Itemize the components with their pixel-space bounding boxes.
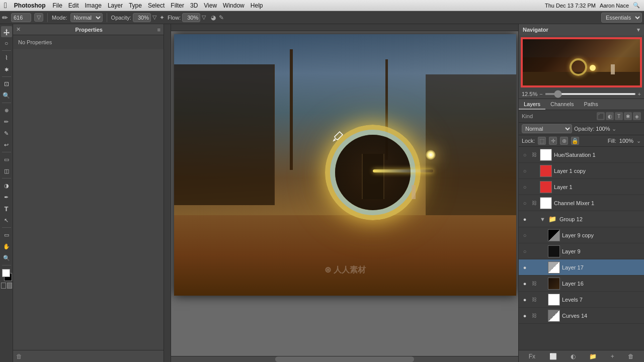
opacity-arrow-icon[interactable]: ▽ [152, 14, 156, 21]
fill-arrow[interactable]: ⌄ [636, 138, 641, 144]
kind-type-icon[interactable]: T [615, 112, 623, 120]
tool-spot-heal[interactable]: ⊕ [1, 105, 12, 116]
visibility-icon-hue-sat[interactable]: ○ [521, 151, 529, 159]
canvas-image[interactable]: ⊛ 人人素材 [174, 34, 516, 296]
layer-row-layer17[interactable]: ● Layer 17 [519, 259, 644, 276]
menu-type[interactable]: Type [129, 2, 142, 9]
tool-type[interactable]: T [1, 203, 12, 214]
layer-group-button[interactable]: 📁 [589, 353, 597, 360]
lock-position-icon[interactable]: ✛ [549, 137, 557, 145]
menu-help[interactable]: Help [251, 2, 263, 9]
chain-icon-layer16[interactable]: ⛓ [531, 280, 538, 287]
foreground-color[interactable] [2, 269, 10, 277]
canvas-area[interactable]: ⊛ 人人素材 [164, 24, 518, 362]
layer-row-layer9[interactable]: ○ Layer 9 [519, 243, 644, 259]
visibility-icon-curves14[interactable]: ● [521, 312, 529, 320]
tool-clone[interactable]: ✎ [1, 128, 12, 139]
properties-menu-icon[interactable]: ≡ [157, 27, 160, 33]
tool-crop[interactable]: ⊡ [1, 78, 12, 89]
menu-window[interactable]: Window [223, 2, 245, 9]
layer-adjustment-button[interactable]: ◐ [571, 353, 576, 360]
menu-image[interactable]: Image [85, 2, 102, 9]
menu-view[interactable]: View [204, 2, 217, 9]
chain-icon-channel-mixer[interactable]: ⛓ [531, 200, 538, 207]
lock-all-icon[interactable]: 🔒 [571, 137, 579, 145]
opacity-arrow[interactable]: ⌄ [612, 126, 616, 132]
layer-row-layer9copy[interactable]: ○ Layer 9 copy [519, 227, 644, 243]
layer-row-layer1[interactable]: ○ Layer 1 [519, 179, 644, 195]
brush-options-icon[interactable]: ▽ [34, 13, 43, 22]
tool-gradient[interactable]: ◫ [1, 165, 12, 176]
flow-arrow-icon[interactable]: ▽ [202, 14, 206, 21]
visibility-icon-levels7[interactable]: ● [521, 296, 529, 304]
kind-smart-icon[interactable]: ◈ [633, 112, 641, 120]
tool-ellipse-marquee[interactable]: ○ [1, 38, 12, 49]
tool-pen[interactable]: ✒ [1, 192, 12, 203]
stylus-icon[interactable]: ✎ [219, 14, 224, 21]
menu-search-icon[interactable]: 🔍 [633, 2, 640, 9]
layer-row-levels7[interactable]: ● ⛓ Levels 7 [519, 292, 644, 308]
props-delete-icon[interactable]: 🗑 [16, 353, 22, 360]
layer-fx-button[interactable]: Fx [529, 353, 535, 360]
visibility-icon-group12[interactable]: ● [521, 215, 529, 223]
tool-lasso[interactable]: ⌇ [1, 52, 12, 63]
menu-layer[interactable]: Layer [108, 2, 123, 9]
standard-mode-icon[interactable] [1, 283, 6, 289]
layer-row-hue-sat[interactable]: ○ ⛓ Hue/Saturation 1 [519, 147, 644, 163]
menu-filter[interactable]: Filter [171, 2, 184, 9]
h-scrollbar[interactable] [171, 356, 518, 362]
layer-row-channel-mixer[interactable]: ○ ⛓ Channel Mixer 1 [519, 195, 644, 211]
opacity-input[interactable] [133, 13, 151, 22]
layer-row-curves14[interactable]: ● ⛓ Curves 14 [519, 308, 644, 324]
tool-quick-select[interactable]: ✱ [1, 64, 12, 75]
layer-row-layer1copy[interactable]: ○ Layer 1 copy [519, 163, 644, 179]
layer-new-button[interactable]: + [611, 353, 614, 360]
menu-edit[interactable]: Edit [68, 2, 79, 9]
tool-rectangle[interactable]: ▭ [1, 229, 12, 240]
lock-artboard-icon[interactable]: ⊕ [560, 137, 568, 145]
tool-eyedropper[interactable]: 🔍 [1, 90, 12, 101]
mode-select[interactable]: Normal Multiply Screen [70, 13, 103, 22]
kind-pixel-icon[interactable]: ⬛ [597, 112, 605, 120]
tool-hand[interactable]: ✋ [1, 241, 12, 252]
layer-row-layer16[interactable]: ● ⛓ Layer 16 [519, 276, 644, 292]
tab-layers[interactable]: Layers [519, 100, 545, 110]
smoothing-icon[interactable]: ◕ [211, 14, 216, 21]
h-scrollbar-thumb[interactable] [275, 356, 414, 362]
visibility-icon-layer1[interactable]: ○ [521, 183, 529, 191]
zoom-out-icon[interactable]: − [539, 91, 542, 97]
zoom-in-icon[interactable]: + [638, 91, 641, 97]
flow-input[interactable] [182, 13, 200, 22]
tab-paths[interactable]: Paths [579, 100, 603, 110]
workspace-select[interactable]: Essentials [601, 13, 642, 23]
chain-icon-curves14[interactable]: ⛓ [531, 312, 538, 319]
menu-3d[interactable]: 3D [190, 2, 198, 9]
tool-move[interactable] [1, 26, 12, 37]
apple-menu[interactable]:  [4, 1, 7, 10]
visibility-icon-layer17[interactable]: ● [521, 263, 529, 272]
tool-zoom[interactable]: 🔍 [1, 252, 12, 263]
kind-shape-icon[interactable]: ✱ [624, 112, 632, 120]
tab-channels[interactable]: Channels [545, 100, 579, 110]
navigator-collapse-icon[interactable]: ▾ [637, 27, 640, 33]
visibility-icon-layer16[interactable]: ● [521, 280, 529, 288]
tool-dodge[interactable]: ◑ [1, 180, 12, 191]
tool-eraser[interactable]: ▭ [1, 154, 12, 165]
menu-file[interactable]: File [53, 2, 62, 9]
chain-icon-levels7[interactable]: ⛓ [531, 296, 538, 303]
kind-adjustment-icon[interactable]: ◐ [606, 112, 614, 120]
airbrush-icon[interactable]: ✦ [159, 14, 165, 21]
menu-select[interactable]: Select [148, 2, 165, 9]
color-swatches[interactable] [1, 269, 12, 281]
tool-path-select[interactable]: ↖ [1, 215, 12, 226]
layer-mask-button[interactable]: ⬜ [549, 353, 557, 360]
tool-history-brush[interactable]: ↩ [1, 139, 12, 150]
properties-close-btn[interactable]: ✕ [16, 26, 21, 33]
visibility-icon-channel-mixer[interactable]: ○ [521, 199, 529, 207]
blend-mode-select[interactable]: NormalMultiplyScreenOverlay [522, 124, 572, 133]
group-expand-icon[interactable]: ▼ [540, 216, 545, 222]
tool-brush[interactable]: ✏ [1, 116, 12, 127]
lock-checkerboard-icon[interactable]: ⬚ [538, 137, 546, 145]
visibility-icon-layer1copy[interactable]: ○ [521, 167, 529, 175]
visibility-icon-layer9[interactable]: ○ [521, 247, 529, 255]
